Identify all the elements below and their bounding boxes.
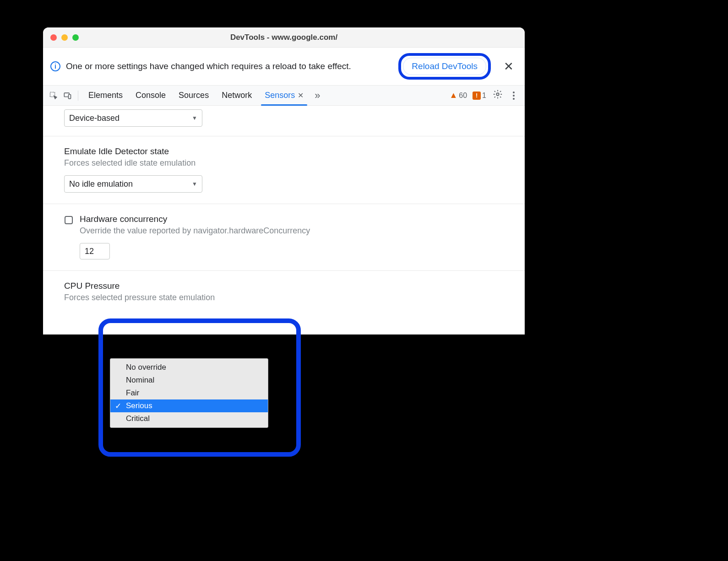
window-title: DevTools - www.google.com/ [43,33,525,42]
cpu-desc: Forces selected pressure state emulation [64,293,504,302]
more-options-icon[interactable] [506,92,521,100]
tab-label: Sources [179,91,209,100]
chevron-down-icon: ▼ [192,115,197,121]
idle-section: Emulate Idle Detector state Forces selec… [43,136,525,204]
info-icon: i [50,61,60,71]
issues-count: 1 [482,92,486,100]
dropdown-option-no-override[interactable]: No override [110,361,268,374]
close-tab-icon[interactable]: ✕ [298,91,304,100]
reload-devtools-button[interactable]: Reload DevTools [403,58,486,75]
cpu-pressure-dropdown[interactable]: No override Nominal Fair Serious Critica… [110,358,268,428]
device-select[interactable]: Device-based ▼ [64,109,202,127]
devtools-window: DevTools - www.google.com/ i One or more… [43,27,525,334]
tab-console[interactable]: Console [129,86,172,105]
tab-sensors[interactable]: Sensors ✕ [258,86,310,105]
hw-title: Hardware concurrency [80,214,504,224]
device-toggle-icon[interactable] [60,89,74,102]
main-toolbar: Elements Console Sources Network Sensors… [43,86,525,106]
cpu-pressure-section: CPU Pressure Forces selected pressure st… [43,271,525,334]
chevron-down-icon: ▼ [192,181,197,187]
idle-desc: Forces selected idle state emulation [64,158,504,168]
settings-icon[interactable] [489,89,506,102]
select-value: Device-based [69,113,120,123]
traffic-lights [50,34,79,41]
device-section: Device-based ▼ [43,106,525,136]
tab-network[interactable]: Network [215,86,258,105]
dropdown-option-nominal[interactable]: Nominal [110,374,268,387]
warning-icon: ▲ [449,91,457,100]
warnings-badge[interactable]: ▲ 60 [449,91,467,100]
tab-label: Elements [88,91,123,100]
tab-sources[interactable]: Sources [172,86,215,105]
inspect-element-icon[interactable] [47,89,60,102]
issues-badge[interactable]: ! 1 [473,92,486,100]
dismiss-infobar-button[interactable]: ✕ [500,59,517,74]
svg-rect-2 [69,94,71,98]
svg-point-3 [496,93,499,96]
idle-select[interactable]: No idle emulation ▼ [64,175,202,193]
titlebar: DevTools - www.google.com/ [43,27,525,48]
highlight-reload: Reload DevTools [398,53,491,80]
toolbar-divider [78,91,78,101]
info-bar: i One or more settings have changed whic… [43,48,525,86]
dropdown-option-critical[interactable]: Critical [110,412,268,425]
hardware-concurrency-input[interactable] [80,243,110,259]
hardware-concurrency-checkbox[interactable] [65,216,73,224]
sensors-panel: Device-based ▼ Emulate Idle Detector sta… [43,106,525,334]
dropdown-option-serious[interactable]: Serious [110,399,268,412]
cpu-title: CPU Pressure [64,281,504,291]
tab-elements[interactable]: Elements [82,86,129,105]
issue-icon: ! [473,92,481,100]
hardware-concurrency-section: Hardware concurrency Override the value … [43,204,525,271]
info-message: One or more settings have changed which … [66,61,393,71]
warnings-count: 60 [459,92,467,100]
hw-desc: Override the value reported by navigator… [80,226,504,236]
window-maximize-button[interactable] [72,34,79,41]
tab-label: Sensors [265,91,295,100]
tab-label: Network [222,91,252,100]
dropdown-option-fair[interactable]: Fair [110,387,268,399]
window-minimize-button[interactable] [61,34,68,41]
tab-label: Console [136,91,166,100]
more-tabs-button[interactable]: » [310,90,325,102]
window-close-button[interactable] [50,34,57,41]
select-value: No idle emulation [69,179,133,189]
idle-title: Emulate Idle Detector state [64,146,504,156]
